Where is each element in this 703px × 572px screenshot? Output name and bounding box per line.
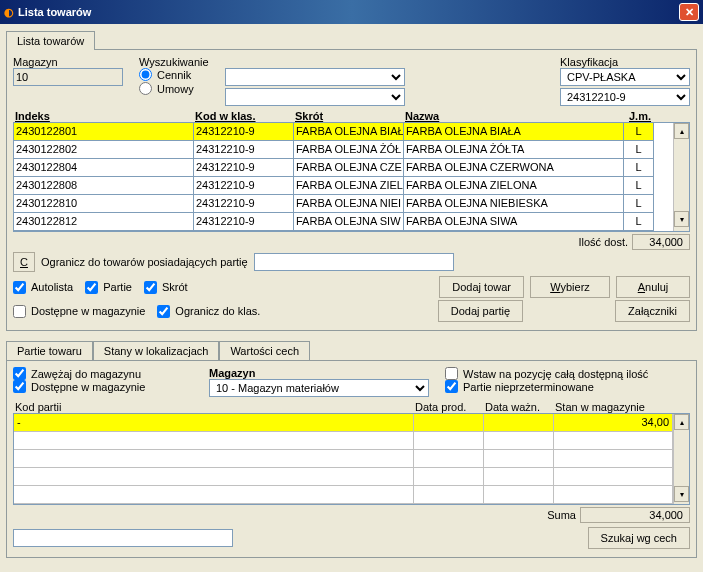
chk-wstaw[interactable]: Wstaw na pozycję całą dostępną ilość — [445, 367, 648, 380]
table-row[interactable] — [14, 432, 673, 450]
chk-ogranicz-klas[interactable]: Ogranicz do klas. — [157, 305, 260, 318]
label-ogranicz-partia: Ogranicz do towarów posiadających partię — [41, 256, 248, 268]
wybierz-button[interactable]: Wybierz — [530, 276, 610, 298]
grid2-header: Kod partii Data prod. Data ważn. Stan w … — [13, 399, 690, 413]
chk-zawezaj[interactable]: Zawężaj do magazynu — [13, 367, 203, 380]
scrollbar[interactable]: ▴ ▾ — [673, 123, 689, 231]
tab-partie-towaru[interactable]: Partie towaru — [6, 341, 93, 360]
scroll-down-icon[interactable]: ▾ — [674, 211, 689, 227]
label-magazyn: Magazyn — [13, 56, 133, 68]
chk-skrot[interactable]: Skrót — [144, 281, 188, 294]
ilosc-dost-value: 34,000 — [632, 234, 690, 250]
close-button[interactable]: ✕ — [679, 3, 699, 21]
scroll-up-icon[interactable]: ▴ — [674, 414, 689, 430]
app-icon: ◐ — [4, 6, 14, 19]
table-row[interactable]: 243012280224312210-9FARBA OLEJNA ŻÓŁFARB… — [14, 141, 673, 159]
search-select-1[interactable] — [225, 68, 405, 86]
table-row[interactable]: 243012281224312210-9FARBA OLEJNA SIWFARB… — [14, 213, 673, 231]
scroll-down-icon[interactable]: ▾ — [674, 486, 689, 502]
suma-value: 34,000 — [580, 507, 690, 523]
magazyn2-select[interactable]: 10 - Magazyn materiałów — [209, 379, 429, 397]
table-row[interactable]: 243012280424312210-9FARBA OLEJNA CZEFARB… — [14, 159, 673, 177]
table-row[interactable]: 243012280124312210-9FARBA OLEJNA BIAŁFAR… — [14, 123, 673, 141]
chk-dostepne-mag2[interactable]: Dostępne w magazynie — [13, 380, 203, 393]
label-klasyfikacja: Klasyfikacja — [560, 56, 690, 68]
dodaj-towar-button[interactable]: Dodaj towar — [439, 276, 524, 298]
magazyn-input[interactable] — [13, 68, 123, 86]
label-ilosc-dost: Ilość dost. — [578, 236, 628, 248]
zalaczniki-button[interactable]: Załączniki — [615, 300, 690, 322]
anuluj-button[interactable]: Anuluj — [616, 276, 690, 298]
dodaj-partie-button[interactable]: Dodaj partię — [438, 300, 523, 322]
titlebar: ◐ Lista towarów ✕ — [0, 0, 703, 24]
chk-autolista[interactable]: Autolista — [13, 281, 73, 294]
grid-header: Indeks Kod w klas. Skrót Nazwa J.m. — [13, 108, 690, 122]
chk-nieprzeterm[interactable]: Partie nieprzeterminowane — [445, 380, 648, 393]
label-suma: Suma — [547, 509, 576, 521]
table-row[interactable]: 243012281024312210-9FARBA OLEJNA NIEIFAR… — [14, 195, 673, 213]
window-title: Lista towarów — [18, 6, 91, 18]
search-select-2[interactable] — [225, 88, 405, 106]
label-wyszukiwanie: Wyszukiwanie — [139, 56, 219, 68]
ogranicz-partia-input[interactable] — [254, 253, 454, 271]
table-row[interactable]: 243012280824312210-9FARBA OLEJNA ZIELFAR… — [14, 177, 673, 195]
chk-partie[interactable]: Partie — [85, 281, 132, 294]
scroll-up-icon[interactable]: ▴ — [674, 123, 689, 139]
tab-stany[interactable]: Stany w lokalizacjach — [93, 341, 220, 360]
partie-grid[interactable]: -34,00 ▴ ▾ — [13, 413, 690, 505]
goods-grid[interactable]: 243012280124312210-9FARBA OLEJNA BIAŁFAR… — [13, 122, 690, 232]
c-button[interactable]: C — [13, 252, 35, 272]
table-row[interactable] — [14, 450, 673, 468]
scrollbar2[interactable]: ▴ ▾ — [673, 414, 689, 504]
klasyfikacja-sub-select[interactable]: 24312210-9 — [560, 88, 690, 106]
table-row[interactable]: -34,00 — [14, 414, 673, 432]
tab-wartosci[interactable]: Wartości cech — [219, 341, 310, 360]
radio-umowy[interactable]: Umowy — [139, 82, 219, 95]
table-row[interactable] — [14, 468, 673, 486]
szukaj-button[interactable]: Szukaj wg cech — [588, 527, 690, 549]
label-magazyn2: Magazyn — [209, 367, 429, 379]
tab-lista-towarow[interactable]: Lista towarów — [6, 31, 95, 50]
bottom-input[interactable] — [13, 529, 233, 547]
chk-dostepne-mag[interactable]: Dostępne w magazynie — [13, 305, 145, 318]
radio-cennik[interactable]: Cennik — [139, 68, 219, 81]
klasyfikacja-select[interactable]: CPV-PŁASKA — [560, 68, 690, 86]
table-row[interactable] — [14, 486, 673, 504]
